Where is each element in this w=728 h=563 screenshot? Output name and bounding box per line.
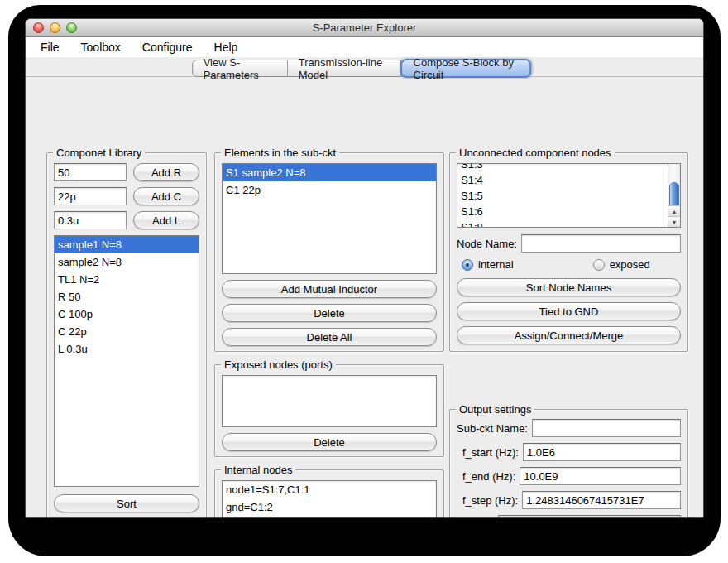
tied-to-gnd-button[interactable]: Tied to GND <box>457 302 681 320</box>
assign-connect-merge-button[interactable]: Assign/Connect/Merge <box>457 326 681 344</box>
exposed-radio-label: exposed <box>610 258 650 271</box>
tab-compose-s-block[interactable]: Compose S-Block by Circuit <box>401 59 532 78</box>
internal-nodes-list[interactable]: node1=S1:7,C1:1 gnd=C1:2 <box>222 480 437 518</box>
sort-button[interactable]: Sort <box>54 494 199 512</box>
tab-transmission-line-model[interactable]: Transmission-line Model <box>288 60 402 77</box>
delete-exposed-node-button[interactable]: Delete <box>222 433 437 451</box>
app-window: S-Parameter Explorer File Toolbox Config… <box>25 18 704 518</box>
list-item[interactable]: C 22p <box>55 323 199 340</box>
group-title: Unconnected component nodes <box>456 147 615 159</box>
exposed-nodes-list[interactable] <box>222 375 437 427</box>
n-pts-input[interactable] <box>498 515 681 518</box>
f-step-input[interactable] <box>522 491 681 509</box>
f-end-input[interactable] <box>520 467 681 485</box>
n-pts-label: N_pts: <box>462 518 494 519</box>
component-library-list[interactable]: sample1 N=8 sample2 N=8 TL1 N=2 R 50 C 1… <box>54 235 199 487</box>
menu-configure[interactable]: Configure <box>142 41 193 54</box>
tab-bar: View S-Parameters Transmission-line Mode… <box>26 57 703 79</box>
unconnected-nodes-group: Unconnected component nodes S1:3 S1:4 S1… <box>449 152 688 352</box>
f-start-input[interactable] <box>523 443 681 461</box>
capacitor-value-input[interactable] <box>54 187 127 205</box>
group-title: Exposed nodes (ports) <box>221 358 336 371</box>
list-item[interactable]: S1:3 <box>457 164 668 172</box>
sort-node-names-button[interactable]: Sort Node Names <box>457 278 681 296</box>
group-title: Componet Library <box>53 147 145 159</box>
list-item[interactable]: sample1 N=8 <box>55 236 199 253</box>
titlebar[interactable]: S-Parameter Explorer <box>26 19 703 37</box>
delete-all-button[interactable]: Delete All <box>222 328 437 346</box>
list-item[interactable]: TL1 N=2 <box>55 271 199 288</box>
list-item[interactable]: gnd=C1:2 <box>223 498 436 516</box>
add-mutual-inductor-button[interactable]: Add Mutual Inductor <box>222 280 437 298</box>
list-item[interactable]: R 50 <box>55 288 199 306</box>
list-item[interactable]: S1:4 <box>457 172 668 188</box>
exposed-nodes-group: Exposed nodes (ports) Delete <box>214 364 444 457</box>
group-title: Elements in the sub-ckt <box>221 147 339 159</box>
internal-radio-label: internal <box>478 258 514 271</box>
list-item[interactable]: node1=S1:7,C1:1 <box>223 481 436 498</box>
list-item[interactable]: S1:8 <box>457 219 668 227</box>
add-c-button[interactable]: Add C <box>133 187 199 205</box>
close-button[interactable] <box>33 22 44 33</box>
inductor-value-input[interactable] <box>54 211 127 229</box>
add-l-button[interactable]: Add L <box>133 211 199 229</box>
list-item[interactable]: sample2 N=8 <box>55 253 199 271</box>
tab-content: Componet Library Add R Add C Add L <box>26 79 703 518</box>
list-item[interactable]: C1 22p <box>223 181 436 199</box>
subckt-name-input[interactable] <box>532 419 681 437</box>
delete-element-button[interactable]: Delete <box>222 304 437 322</box>
elements-list[interactable]: S1 sample2 N=8 C1 22p <box>222 163 437 274</box>
output-settings-group: Output settings Sub-ckt Name: f_start (H… <box>449 409 688 518</box>
window-title: S-Parameter Explorer <box>26 19 703 37</box>
internal-radio[interactable] <box>462 259 473 271</box>
list-item[interactable]: S1:6 <box>457 204 668 219</box>
unconnected-nodes-list[interactable]: S1:3 S1:4 S1:5 S1:6 S1:8 ▲ ▼ <box>457 163 681 228</box>
screenshot-stage: S-Parameter Explorer File Toolbox Config… <box>0 0 728 563</box>
vertical-scrollbar[interactable]: ▲ ▼ <box>668 164 680 227</box>
zoom-button[interactable] <box>66 22 77 33</box>
f-step-label: f_step (Hz): <box>462 494 518 507</box>
menu-file[interactable]: File <box>41 41 60 54</box>
group-title: Internal nodes <box>221 464 295 476</box>
f-start-label: f_start (Hz): <box>462 446 519 459</box>
minimize-button[interactable] <box>50 22 60 33</box>
exposed-radio[interactable] <box>593 259 605 271</box>
list-item[interactable]: L 0.3u <box>55 340 199 358</box>
list-item[interactable]: C 100p <box>55 306 199 323</box>
menu-toolbox[interactable]: Toolbox <box>81 41 121 54</box>
node-name-input[interactable] <box>521 234 681 253</box>
add-r-button[interactable]: Add R <box>133 163 199 181</box>
node-name-label: Node Name: <box>457 238 517 250</box>
scroll-down-icon[interactable]: ▼ <box>668 216 680 227</box>
group-title: Output settings <box>456 403 534 416</box>
list-item[interactable]: S1 sample2 N=8 <box>223 164 436 181</box>
tab-view-s-parameters[interactable]: View S-Parameters <box>192 60 288 77</box>
list-item[interactable]: S1:5 <box>457 188 668 204</box>
menubar: File Toolbox Configure Help <box>26 37 703 57</box>
component-library-group: Componet Library Add R Add C Add L <box>46 152 207 518</box>
menu-help[interactable]: Help <box>214 41 238 54</box>
scroll-up-icon[interactable]: ▲ <box>668 205 680 216</box>
resistor-value-input[interactable] <box>54 163 127 181</box>
f-end-label: f_end (Hz): <box>462 470 515 483</box>
internal-nodes-group: Internal nodes node1=S1:7,C1:1 gnd=C1:2 … <box>214 469 444 518</box>
subckt-name-label: Sub-ckt Name: <box>457 422 528 435</box>
elements-group: Elements in the sub-ckt S1 sample2 N=8 C… <box>214 152 444 352</box>
